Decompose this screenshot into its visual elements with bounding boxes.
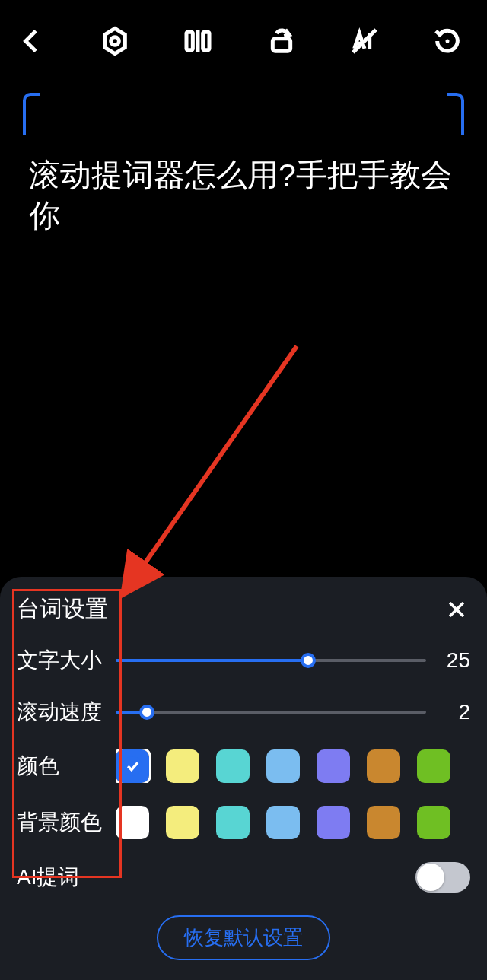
color-swatch[interactable] [417,749,450,783]
svg-marker-0 [105,28,126,53]
scroll-speed-row: 滚动速度 2 [17,698,470,727]
bg-color-row: 背景颜色 [17,806,470,839]
color-swatch[interactable] [166,806,199,839]
scroll-speed-slider-wrap: 2 [116,700,470,724]
ai-off-icon[interactable] [346,23,383,59]
color-swatch[interactable] [417,806,450,839]
ai-prompt-toggle[interactable] [415,862,470,892]
frame-bracket-top-right [447,93,464,135]
rotate-window-icon[interactable] [263,23,300,59]
color-swatch[interactable] [317,749,350,783]
text-color-label: 颜色 [17,752,116,781]
ai-prompt-row: AI提词 [17,862,470,892]
ai-prompt-label: AI提词 [17,863,79,892]
color-swatch[interactable] [266,749,300,783]
text-color-swatches [116,749,450,783]
top-toolbar [0,0,487,82]
text-color-row: 颜色 [17,749,470,783]
svg-point-12 [123,756,142,776]
frame-bracket-top-left [23,93,40,135]
svg-rect-3 [203,32,209,49]
svg-point-8 [445,40,449,43]
color-swatch[interactable] [216,749,250,783]
panel-header: 台词设置 [17,593,470,625]
restore-icon[interactable] [429,23,466,59]
color-swatch[interactable] [266,806,300,839]
reset-wrap: 恢复默认设置 [17,915,470,960]
panel-title: 台词设置 [17,593,108,625]
close-button[interactable] [443,596,470,623]
color-swatch[interactable] [216,806,250,839]
font-size-slider[interactable] [116,649,426,672]
font-size-row: 文字大小 25 [17,646,470,675]
flip-mirror-icon[interactable] [180,23,216,59]
font-size-label: 文字大小 [17,646,116,675]
svg-line-9 [141,346,297,569]
color-swatch[interactable] [367,749,400,783]
svg-rect-2 [186,32,193,49]
reset-button[interactable]: 恢复默认设置 [157,915,330,960]
teleprompter-text: 滚动提词器怎么用?手把手教会你 [23,97,464,237]
bg-color-swatches [116,806,450,839]
svg-rect-5 [272,39,290,52]
back-icon[interactable] [14,23,50,59]
color-swatch[interactable] [367,806,400,839]
scroll-speed-slider[interactable] [116,701,426,724]
bg-color-label: 背景颜色 [17,808,116,837]
color-swatch[interactable] [116,806,149,839]
scroll-speed-value: 2 [440,700,470,724]
color-swatch[interactable] [116,749,149,783]
svg-point-1 [111,37,119,46]
font-size-value: 25 [440,648,470,673]
font-size-slider-wrap: 25 [116,648,470,673]
prompt-stage: 滚动提词器怎么用?手把手教会你 [0,82,487,252]
scroll-speed-label: 滚动速度 [17,698,116,727]
color-swatch[interactable] [317,806,350,839]
color-swatch[interactable] [166,749,199,783]
settings-panel: 台词设置 文字大小 25 滚动速度 2 颜色 [0,577,487,980]
settings-hex-icon[interactable] [97,23,133,59]
